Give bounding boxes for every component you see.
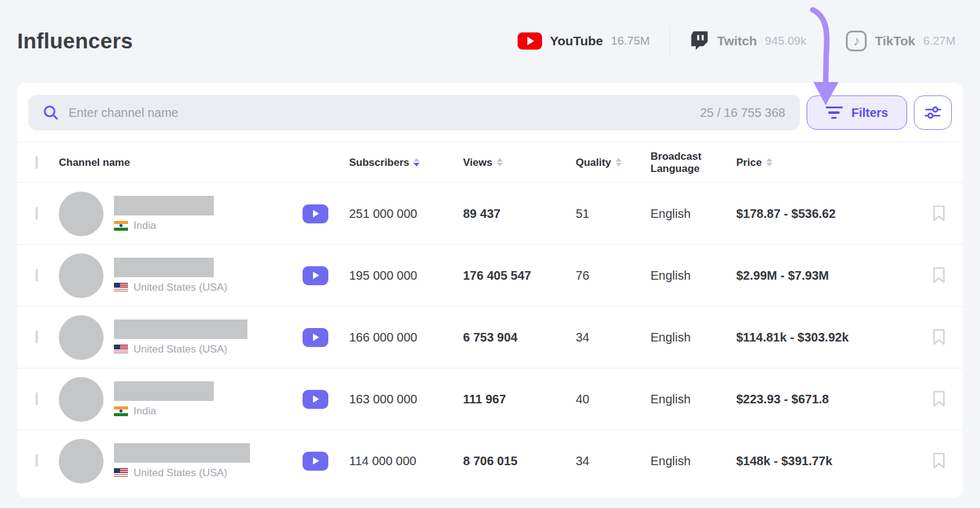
quality-cell: 34 (576, 331, 650, 345)
country-flag-icon (114, 468, 128, 478)
views-cell: 176 405 547 (463, 269, 576, 283)
tab-twitch-label: Twitch (717, 34, 757, 48)
language-cell: English (650, 331, 736, 345)
subscribers-cell: 114 000 000 (349, 454, 463, 468)
youtube-play-button[interactable] (303, 452, 328, 471)
sort-icon (497, 158, 503, 166)
channel-cell: United States (USA) (59, 315, 303, 360)
country: India (114, 220, 214, 232)
avatar (59, 192, 104, 236)
tab-tiktok[interactable]: ♪ TikTok 6.27M (846, 31, 956, 51)
tab-tiktok-label: TikTok (875, 34, 915, 48)
views-cell: 89 437 (463, 207, 576, 221)
col-header-subscribers[interactable]: Subscribers (349, 157, 463, 169)
table-body: India 251 000 000 89 437 51 English $178… (17, 182, 963, 491)
advanced-settings-button[interactable] (914, 95, 952, 130)
row-checkbox[interactable] (36, 392, 38, 405)
views-cell: 111 967 (463, 392, 576, 406)
price-cell: $114.81k - $303.92k (736, 331, 891, 345)
bookmark-icon[interactable] (932, 329, 946, 346)
tab-youtube[interactable]: YouTube 16.75M (518, 32, 650, 50)
avatar (59, 377, 104, 422)
country: United States (USA) (114, 282, 227, 294)
row-checkbox[interactable] (36, 331, 38, 343)
tab-youtube-label: YouTube (550, 34, 603, 48)
search-box[interactable]: 25 / 16 755 368 (28, 95, 800, 130)
divider (826, 27, 826, 55)
views-cell: 6 753 904 (463, 331, 576, 345)
youtube-play-button[interactable] (303, 390, 328, 409)
language-cell: English (650, 269, 736, 283)
bookmark-icon[interactable] (932, 452, 946, 469)
country-flag-icon (114, 345, 128, 354)
subscribers-cell: 163 000 000 (349, 392, 463, 406)
youtube-play-button[interactable] (303, 204, 328, 223)
col-header-views[interactable]: Views (463, 157, 576, 169)
country: United States (USA) (114, 467, 250, 479)
sliders-icon (924, 103, 942, 122)
influencers-card: 25 / 16 755 368 Filters Channel name Sub… (17, 83, 963, 498)
channel-cell: India (59, 377, 303, 422)
platform-tabs: YouTube 16.75M Twitch 945.09k ♪ TikTok 6… (518, 27, 956, 55)
table-row[interactable]: United States (USA) 195 000 000 176 405 … (17, 244, 963, 306)
page-title: Influencers (17, 29, 133, 53)
channel-name-redacted (114, 381, 214, 401)
avatar (59, 253, 104, 298)
table-row[interactable]: India 251 000 000 89 437 51 English $178… (17, 182, 963, 244)
channel-name-redacted (114, 443, 250, 463)
subscribers-cell: 195 000 000 (349, 269, 463, 283)
tab-twitch-count: 945.09k (765, 34, 807, 48)
country-flag-icon (114, 221, 128, 231)
result-counter: 25 / 16 755 368 (700, 106, 785, 120)
language-cell: English (650, 392, 736, 406)
row-checkbox[interactable] (36, 207, 38, 220)
table-header: Channel name Subscribers Views Quality B… (17, 142, 963, 182)
quality-cell: 40 (576, 392, 650, 406)
bookmark-icon[interactable] (932, 267, 946, 284)
youtube-play-button[interactable] (303, 266, 328, 285)
youtube-play-button[interactable] (303, 328, 328, 347)
divider (669, 27, 670, 55)
select-all-checkbox[interactable] (36, 156, 38, 169)
filter-icon (826, 106, 843, 119)
tiktok-icon: ♪ (846, 31, 867, 51)
twitch-icon (690, 31, 709, 51)
search-icon (43, 105, 59, 121)
quality-cell: 76 (576, 269, 650, 283)
table-row[interactable]: India 163 000 000 111 967 40 English $22… (17, 368, 963, 430)
top-bar: Influencers YouTube 16.75M Twitch 945.09… (0, 0, 980, 55)
col-header-price[interactable]: Price (736, 157, 891, 169)
tab-twitch[interactable]: Twitch 945.09k (690, 31, 807, 51)
quality-cell: 34 (576, 454, 650, 468)
price-cell: $2.99M - $7.93M (736, 269, 891, 283)
table-row[interactable]: United States (USA) 166 000 000 6 753 90… (17, 306, 963, 368)
country: United States (USA) (114, 343, 247, 356)
col-header-broadcast-language: Broadcast Language (650, 151, 718, 174)
table-row[interactable]: United States (USA) 114 000 000 8 706 01… (17, 430, 963, 491)
search-input[interactable] (69, 106, 690, 120)
col-header-quality[interactable]: Quality (576, 157, 650, 169)
tab-tiktok-count: 6.27M (923, 34, 956, 48)
channel-cell: United States (USA) (59, 439, 303, 484)
views-cell: 8 706 015 (463, 454, 576, 468)
bookmark-icon[interactable] (932, 390, 946, 408)
filters-button-label: Filters (851, 106, 888, 120)
country-flag-icon (114, 283, 128, 293)
bookmark-icon[interactable] (932, 205, 946, 222)
tab-youtube-count: 16.75M (611, 34, 649, 48)
subscribers-cell: 251 000 000 (349, 207, 463, 221)
country: India (114, 405, 214, 417)
channel-name-redacted (114, 196, 214, 215)
row-checkbox[interactable] (36, 454, 38, 467)
price-cell: $178.87 - $536.62 (736, 207, 891, 221)
row-checkbox[interactable] (36, 269, 38, 282)
filters-button[interactable]: Filters (807, 95, 907, 130)
channel-cell: India (59, 192, 303, 236)
col-header-channel-name: Channel name (59, 157, 303, 169)
youtube-icon (518, 32, 542, 50)
avatar (59, 439, 104, 484)
quality-cell: 51 (576, 207, 650, 221)
sort-icon (413, 158, 420, 166)
sort-icon (616, 158, 622, 166)
price-cell: $148k - $391.77k (736, 454, 891, 468)
